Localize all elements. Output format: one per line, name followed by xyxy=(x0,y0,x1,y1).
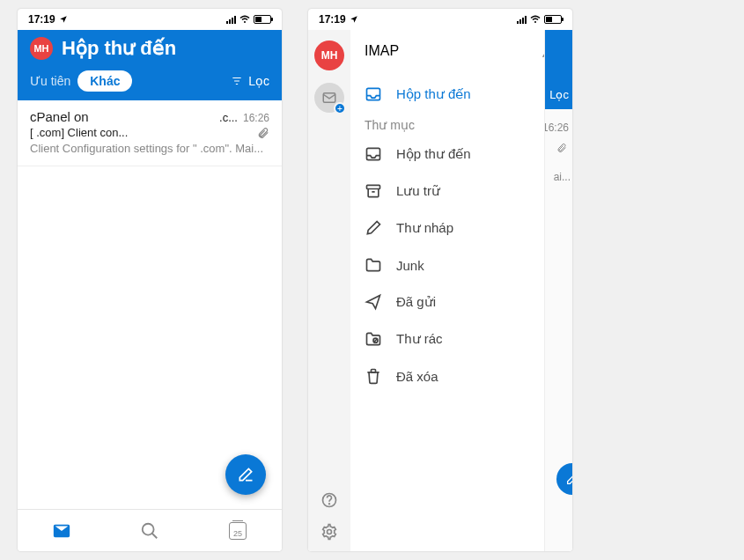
svg-point-7 xyxy=(329,504,330,505)
folder-label: Hộp thư đến xyxy=(396,86,471,102)
status-time: 17:19 xyxy=(319,13,346,26)
account-avatar[interactable]: MH xyxy=(30,37,53,60)
background-peek: Lọc 16:26 ai... xyxy=(544,30,572,551)
wifi-icon xyxy=(239,14,250,25)
compose-button[interactable] xyxy=(225,454,266,495)
location-arrow-icon xyxy=(350,15,358,24)
folder-label: Đã xóa xyxy=(396,369,438,384)
sent-icon xyxy=(365,293,382,311)
folder-item-folder[interactable]: Junk xyxy=(350,247,572,284)
drafts-icon xyxy=(365,219,382,237)
email-subject: [ .com] Client con... xyxy=(30,126,252,139)
email-time: 16:26 xyxy=(243,112,269,124)
location-arrow-icon xyxy=(59,15,68,24)
battery-icon xyxy=(254,15,271,24)
archive-icon xyxy=(365,182,382,200)
screen-inbox: 17:19 MH Hộp thư đến Ưu tiên Khác Lọc cP… xyxy=(18,9,282,551)
plus-badge-icon: + xyxy=(334,102,346,114)
inbox-icon xyxy=(365,145,382,163)
cellular-signal-icon xyxy=(517,16,527,24)
screen-drawer: 17:19 MH + IMAP xyxy=(308,9,572,551)
peek-filter-label: Lọc xyxy=(549,88,569,101)
battery-icon xyxy=(544,15,562,24)
filter-icon xyxy=(231,75,243,87)
compose-button-peek[interactable] xyxy=(556,463,572,495)
tab-priority[interactable]: Ưu tiên xyxy=(30,70,70,92)
nav-mail[interactable] xyxy=(18,510,106,551)
trash-icon xyxy=(365,367,382,385)
svg-point-8 xyxy=(328,530,332,534)
account-avatar[interactable]: MH xyxy=(314,41,344,70)
peek-preview-tail: ai... xyxy=(554,171,571,183)
filter-label: Lọc xyxy=(248,74,269,88)
folder-label: Đã gửi xyxy=(396,294,436,310)
nav-search[interactable] xyxy=(106,510,194,551)
email-domain: .c... xyxy=(219,111,243,124)
attachment-icon xyxy=(556,143,567,153)
help-icon[interactable] xyxy=(320,491,338,509)
svg-line-4 xyxy=(152,533,158,538)
cellular-signal-icon xyxy=(226,16,236,24)
bottom-nav: 25 xyxy=(18,509,282,551)
folder-label: Thư rác xyxy=(396,331,443,347)
folder-icon xyxy=(365,256,382,274)
mail-icon xyxy=(52,521,71,541)
svg-line-14 xyxy=(374,339,377,342)
account-rail: MH + xyxy=(308,30,350,551)
search-icon xyxy=(140,521,159,541)
inbox-icon xyxy=(365,85,382,103)
inbox-header: MH Hộp thư đến Ưu tiên Khác Lọc xyxy=(18,30,282,100)
folder-item-inbox[interactable]: Hộp thư đến xyxy=(350,136,572,173)
attachment-icon xyxy=(257,127,269,139)
svg-rect-11 xyxy=(367,185,380,188)
section-header-folders: Thư mục xyxy=(350,113,572,136)
compose-icon xyxy=(237,466,254,483)
svg-point-3 xyxy=(143,523,154,534)
folder-label: Junk xyxy=(396,258,424,273)
folder-label: Thư nháp xyxy=(396,220,453,236)
wifi-icon xyxy=(530,14,541,25)
folder-item-sent[interactable]: Đã gửi xyxy=(350,284,572,321)
folder-item-archive[interactable]: Lưu trữ xyxy=(350,173,572,210)
add-account-button[interactable]: + xyxy=(314,83,344,113)
calendar-icon: 25 xyxy=(229,522,247,540)
folder-label: Lưu trữ xyxy=(396,183,440,199)
peek-time: 16:26 xyxy=(544,122,569,134)
compose-icon xyxy=(565,472,572,486)
email-row[interactable]: cPanel on .c... 16:26 [ .com] Client con… xyxy=(18,100,282,166)
status-time: 17:19 xyxy=(28,13,55,26)
status-bar: 17:19 xyxy=(308,9,572,30)
folder-label: Hộp thư đến xyxy=(396,146,471,162)
folder-item-trash[interactable]: Đã xóa xyxy=(350,357,572,394)
tab-other[interactable]: Khác xyxy=(77,70,132,92)
folder-drawer: IMAP Hộp thư đến Thư mục Hộp thư đếnLưu … xyxy=(350,30,572,551)
filter-button[interactable]: Lọc xyxy=(231,74,269,88)
folder-inbox-current[interactable]: Hộp thư đến xyxy=(350,76,572,113)
page-title: Hộp thư đến xyxy=(62,37,176,60)
email-sender: cPanel on xyxy=(30,109,219,124)
folder-item-spam[interactable]: Thư rác xyxy=(350,321,572,357)
account-label: IMAP xyxy=(365,43,399,59)
status-bar: 17:19 xyxy=(18,9,282,30)
folder-item-drafts[interactable]: Thư nháp xyxy=(350,210,572,247)
spam-icon xyxy=(365,330,382,348)
email-preview: Client Configuration settings for " .com… xyxy=(30,141,269,157)
nav-calendar[interactable]: 25 xyxy=(194,510,282,551)
settings-icon[interactable] xyxy=(320,523,338,541)
